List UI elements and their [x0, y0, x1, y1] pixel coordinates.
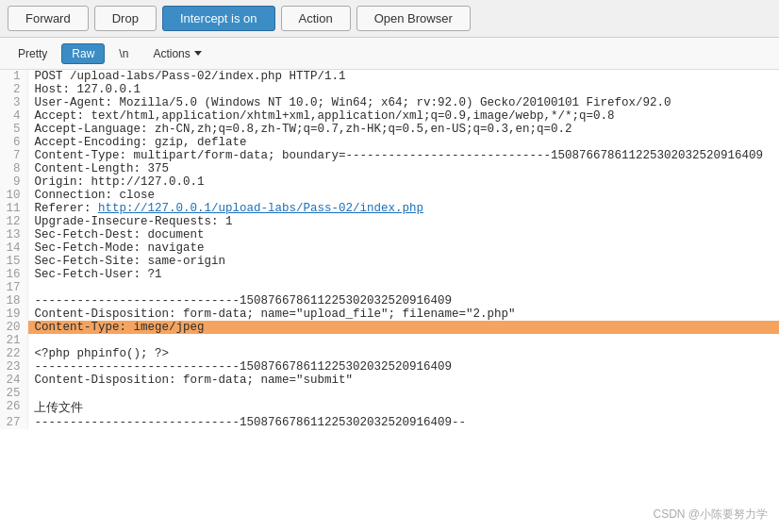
line-number: 23: [0, 360, 28, 374]
line-number: 2: [0, 83, 28, 96]
line-content: Sec-Fetch-User: ?1: [28, 268, 779, 281]
line-number: 10: [0, 189, 28, 202]
\n-sub-button[interactable]: \n: [108, 43, 139, 64]
line-content: [28, 334, 779, 347]
line-number: 9: [0, 175, 28, 189]
line-content: Content-Disposition: form-data; name="su…: [28, 374, 779, 387]
line-content: Sec-Fetch-Dest: document: [28, 228, 779, 241]
referer-link[interactable]: http://127.0.0.1/upload-labs/Pass-02/ind…: [98, 202, 423, 215]
table-row: 26上传文件: [0, 400, 779, 416]
table-row: 19Content-Disposition: form-data; name="…: [0, 308, 779, 321]
table-row: 17: [0, 281, 779, 294]
line-number: 12: [0, 215, 28, 228]
chevron-down-icon: [194, 51, 202, 56]
line-content: Content-Disposition: form-data; name="up…: [28, 308, 779, 321]
request-content[interactable]: 1POST /upload-labs/Pass-02/index.php HTT…: [0, 70, 779, 532]
pretty-sub-button[interactable]: Pretty: [8, 43, 58, 64]
table-row: 6Accept-Encoding: gzip, deflate: [0, 136, 779, 149]
table-row: 18-----------------------------150876678…: [0, 294, 779, 308]
line-number: 5: [0, 123, 28, 136]
main-toolbar: ForwardDropIntercept is onActionOpen Bro…: [0, 0, 779, 38]
table-row: 27-----------------------------150876678…: [0, 416, 779, 429]
line-content: 上传文件: [28, 400, 779, 416]
line-number: 7: [0, 149, 28, 162]
line-content: User-Agent: Mozilla/5.0 (Windows NT 10.0…: [28, 96, 779, 109]
table-row: 10Connection: close: [0, 189, 779, 202]
line-number: 3: [0, 96, 28, 109]
sub-toolbar: PrettyRaw\nActions: [0, 38, 779, 70]
line-number: 8: [0, 162, 28, 175]
line-number: 18: [0, 294, 28, 308]
action-button[interactable]: Action: [281, 6, 351, 31]
line-content: <?php phpinfo(); ?>: [28, 347, 779, 360]
table-row: 5Accept-Language: zh-CN,zh;q=0.8,zh-TW;q…: [0, 123, 779, 136]
line-number: 26: [0, 400, 28, 416]
line-number: 14: [0, 241, 28, 255]
table-row: 2Host: 127.0.0.1: [0, 83, 779, 96]
table-row: 4Accept: text/html,application/xhtml+xml…: [0, 109, 779, 123]
table-row: 16Sec-Fetch-User: ?1: [0, 268, 779, 281]
table-row: 20Content-Type: imege/jpeg: [0, 321, 779, 334]
open-browser-button[interactable]: Open Browser: [356, 6, 471, 31]
table-row: 21: [0, 334, 779, 347]
line-number: 6: [0, 136, 28, 149]
raw-sub-button[interactable]: Raw: [61, 43, 105, 64]
line-content: Upgrade-Insecure-Requests: 1: [28, 215, 779, 228]
code-area: 1POST /upload-labs/Pass-02/index.php HTT…: [0, 70, 779, 429]
watermark: CSDN @小陈要努力学: [653, 507, 768, 523]
line-number: 17: [0, 281, 28, 294]
line-number: 22: [0, 347, 28, 360]
line-content: -----------------------------15087667861…: [28, 360, 779, 374]
table-row: 8Content-Length: 375: [0, 162, 779, 175]
line-number: 13: [0, 228, 28, 241]
table-row: 7Content-Type: multipart/form-data; boun…: [0, 149, 779, 162]
table-row: 3User-Agent: Mozilla/5.0 (Windows NT 10.…: [0, 96, 779, 109]
line-content: -----------------------------15087667861…: [28, 294, 779, 308]
line-content: Accept-Encoding: gzip, deflate: [28, 136, 779, 149]
line-number: 21: [0, 334, 28, 347]
table-row: 23-----------------------------150876678…: [0, 360, 779, 374]
table-row: 11Referer: http://127.0.0.1/upload-labs/…: [0, 202, 779, 215]
line-content: Content-Type: multipart/form-data; bound…: [28, 149, 779, 162]
line-number: 19: [0, 308, 28, 321]
table-row: 1POST /upload-labs/Pass-02/index.php HTT…: [0, 70, 779, 83]
line-content: -----------------------------15087667861…: [28, 416, 779, 429]
line-number: 16: [0, 268, 28, 281]
table-row: 25: [0, 387, 779, 400]
table-row: 9Origin: http://127.0.0.1: [0, 175, 779, 189]
line-number: 24: [0, 374, 28, 387]
line-number: 11: [0, 202, 28, 215]
line-content: Accept-Language: zh-CN,zh;q=0.8,zh-TW;q=…: [28, 123, 779, 136]
table-row: 22<?php phpinfo(); ?>: [0, 347, 779, 360]
line-number: 25: [0, 387, 28, 400]
drop-button[interactable]: Drop: [94, 6, 157, 31]
line-number: 27: [0, 416, 28, 429]
line-content: Referer: http://127.0.0.1/upload-labs/Pa…: [28, 202, 779, 215]
intercept-is-on-button[interactable]: Intercept is on: [162, 6, 275, 31]
line-number: 15: [0, 255, 28, 268]
line-content: Sec-Fetch-Site: same-origin: [28, 255, 779, 268]
line-content: Sec-Fetch-Mode: navigate: [28, 241, 779, 255]
actions-sub-button[interactable]: Actions: [142, 43, 211, 64]
line-content: Content-Type: imege/jpeg: [28, 321, 779, 334]
line-number: 20: [0, 321, 28, 334]
line-content: Accept: text/html,application/xhtml+xml,…: [28, 109, 779, 123]
line-number: 1: [0, 70, 28, 83]
line-content: POST /upload-labs/Pass-02/index.php HTTP…: [28, 70, 779, 83]
line-content: Host: 127.0.0.1: [28, 83, 779, 96]
line-content: [28, 281, 779, 294]
table-row: 13Sec-Fetch-Dest: document: [0, 228, 779, 241]
line-number: 4: [0, 109, 28, 123]
table-row: 14Sec-Fetch-Mode: navigate: [0, 241, 779, 255]
line-content: [28, 387, 779, 400]
line-content: Content-Length: 375: [28, 162, 779, 175]
table-row: 12Upgrade-Insecure-Requests: 1: [0, 215, 779, 228]
table-row: 24Content-Disposition: form-data; name="…: [0, 374, 779, 387]
table-row: 15Sec-Fetch-Site: same-origin: [0, 255, 779, 268]
line-content: Connection: close: [28, 189, 779, 202]
line-content: Origin: http://127.0.0.1: [28, 175, 779, 189]
forward-button[interactable]: Forward: [8, 6, 89, 31]
